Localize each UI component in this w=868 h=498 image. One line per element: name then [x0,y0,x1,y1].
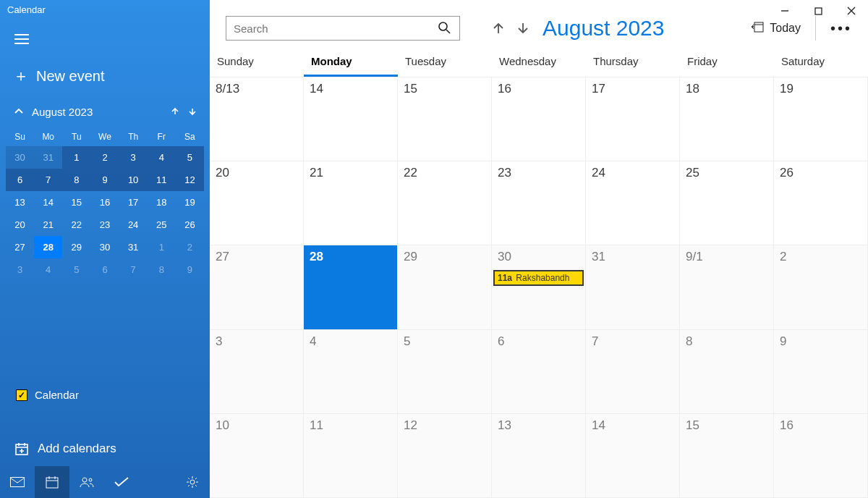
search-icon[interactable] [438,21,452,35]
mini-day[interactable]: 4 [34,258,62,281]
day-cell[interactable]: 3 [210,330,304,414]
mini-day[interactable]: 18 [148,191,176,214]
mini-day[interactable]: 2 [90,146,119,169]
day-cell[interactable]: 27 [210,245,304,329]
mini-day[interactable]: 4 [148,146,176,169]
calendar-icon[interactable] [35,466,69,498]
weekday-label[interactable]: Tuesday [398,48,492,77]
mini-day[interactable]: 2 [176,236,204,258]
mini-day[interactable]: 21 [34,214,62,236]
mail-icon[interactable] [0,466,35,498]
weekday-label[interactable]: Monday [304,48,398,77]
mini-month-label[interactable]: August 2023 [32,106,166,118]
day-cell[interactable]: 8/13 [210,77,304,161]
weekday-label[interactable]: Sunday [210,48,304,77]
mini-day[interactable]: 13 [6,191,34,214]
mini-day[interactable]: 7 [119,258,148,281]
day-cell[interactable]: 21 [304,161,398,245]
weekday-label[interactable]: Wednesday [492,48,586,77]
month-title[interactable]: August 2023 [542,16,664,41]
day-cell[interactable]: 16 [774,414,868,498]
mini-day[interactable]: 24 [119,214,148,236]
day-cell[interactable]: 10 [210,414,304,498]
mini-next-icon[interactable] [184,103,201,120]
mini-day[interactable]: 9 [90,169,119,191]
weekday-label[interactable]: Saturday [774,48,868,77]
day-cell[interactable]: 29 [398,245,492,329]
day-cell[interactable]: 22 [398,161,492,245]
add-calendars-button[interactable]: Add calendars [0,431,210,466]
todo-icon[interactable] [104,466,139,498]
mini-day[interactable]: 29 [62,236,90,258]
day-cell[interactable]: 28 [304,245,398,329]
calendar-toggle[interactable]: ✓ Calendar [0,380,210,410]
day-cell[interactable]: 14 [304,77,398,161]
mini-day[interactable]: 26 [176,214,204,236]
mini-day[interactable]: 25 [148,214,176,236]
next-month-icon[interactable] [511,16,535,41]
day-cell[interactable]: 6 [492,330,586,414]
search-input[interactable] [234,22,438,35]
close-icon[interactable] [835,0,868,22]
hamburger-menu-icon[interactable] [7,25,36,54]
mini-day[interactable]: 31 [34,146,62,169]
mini-day[interactable]: 15 [62,191,90,214]
mini-day[interactable]: 6 [6,169,34,191]
weekday-label[interactable]: Friday [680,48,774,77]
day-cell[interactable]: 12 [398,414,492,498]
chevron-up-icon[interactable] [9,101,29,122]
day-cell[interactable]: 20 [210,161,304,245]
mini-day[interactable]: 10 [119,169,148,191]
day-cell[interactable]: 5 [398,330,492,414]
mini-day[interactable]: 8 [148,258,176,281]
day-cell[interactable]: 7 [586,330,680,414]
mini-day[interactable]: 31 [119,236,148,258]
day-cell[interactable]: 14 [586,414,680,498]
mini-day[interactable]: 23 [90,214,119,236]
maximize-icon[interactable] [801,0,835,22]
day-cell[interactable]: 31 [586,245,680,329]
day-cell[interactable]: 17 [586,77,680,161]
mini-day[interactable]: 3 [6,258,34,281]
mini-day[interactable]: 30 [90,236,119,258]
day-cell[interactable]: 19 [774,77,868,161]
minimize-icon[interactable] [768,0,801,22]
day-cell[interactable]: 13 [492,414,586,498]
mini-day[interactable]: 1 [148,236,176,258]
people-icon[interactable] [69,466,104,498]
mini-day[interactable]: 27 [6,236,34,258]
day-cell[interactable]: 15 [680,414,774,498]
day-cell[interactable]: 26 [774,161,868,245]
day-cell[interactable]: 4 [304,330,398,414]
day-cell[interactable]: 24 [586,161,680,245]
mini-day[interactable]: 22 [62,214,90,236]
day-cell[interactable]: 15 [398,77,492,161]
mini-day[interactable]: 20 [6,214,34,236]
day-cell[interactable]: 25 [680,161,774,245]
prev-month-icon[interactable] [486,16,511,41]
mini-day[interactable]: 5 [62,258,90,281]
day-cell[interactable]: 8 [680,330,774,414]
weekday-label[interactable]: Thursday [586,48,680,77]
day-cell[interactable]: 11 [304,414,398,498]
more-icon[interactable]: ••• [825,20,858,37]
mini-day[interactable]: 8 [62,169,90,191]
mini-day[interactable]: 17 [119,191,148,214]
day-cell[interactable]: 3011a Rakshabandh [492,245,586,329]
mini-day[interactable]: 5 [176,146,204,169]
new-event-button[interactable]: ＋ New event [0,56,210,96]
day-cell[interactable]: 9 [774,330,868,414]
calendar-event[interactable]: 11a Rakshabandh [493,270,584,286]
mini-day[interactable]: 28 [34,236,62,258]
day-cell[interactable]: 16 [492,77,586,161]
settings-icon[interactable] [175,466,210,498]
mini-day[interactable]: 3 [119,146,148,169]
mini-day[interactable]: 1 [62,146,90,169]
day-cell[interactable]: 18 [680,77,774,161]
day-cell[interactable]: 9/1 [680,245,774,329]
mini-day[interactable]: 7 [34,169,62,191]
mini-day[interactable]: 12 [176,169,204,191]
mini-prev-icon[interactable] [166,103,184,120]
day-cell[interactable]: 2 [774,245,868,329]
mini-day[interactable]: 16 [90,191,119,214]
